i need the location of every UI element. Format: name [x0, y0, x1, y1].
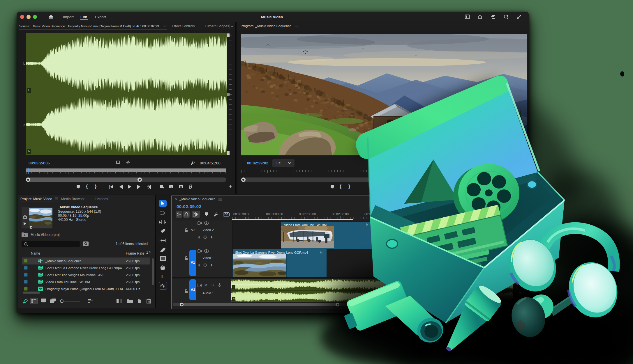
svg-text:00:01:00:00: 00:01:00:00 [266, 212, 283, 216]
svg-text:00:01:30:00: 00:01:30:00 [299, 212, 316, 216]
svg-text:00:02:30:00: 00:02:30:00 [364, 212, 381, 216]
svg-text:00:00:30:00: 00:00:30:00 [233, 212, 250, 216]
svg-text:00:02:00:00: 00:02:00:00 [332, 212, 349, 216]
